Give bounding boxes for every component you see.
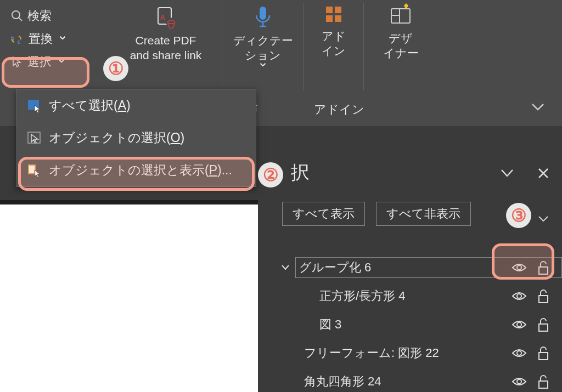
- svg-point-19: [517, 265, 521, 270]
- select-dropdown: すべて選択(A) オブジェクトの選択(O) オブジェクトの選択と表示(P)...: [16, 89, 256, 187]
- eye-icon[interactable]: [512, 375, 527, 388]
- pane-item-group[interactable]: グループ化 6: [269, 253, 562, 282]
- item-name: 正方形/長方形 4: [316, 286, 408, 306]
- unlock-icon[interactable]: [537, 317, 550, 332]
- svg-point-0: [12, 11, 20, 19]
- slide-area: [0, 200, 258, 392]
- svg-point-21: [517, 294, 521, 298]
- pane-list: グループ化 6 正方形/長方形 4 図 3 フリーフォーム: 図形 22: [269, 253, 562, 392]
- svg-rect-11: [335, 15, 341, 22]
- separator: [363, 3, 364, 90]
- chevron-down-icon: [530, 101, 546, 112]
- svg-rect-20: [539, 267, 548, 274]
- chevron-down-icon: [57, 32, 68, 46]
- item-name: 図 3: [316, 315, 345, 334]
- pane-item-rect[interactable]: 正方形/長方形 4: [269, 282, 562, 310]
- select-all-icon: [27, 99, 42, 113]
- menu-select-all[interactable]: すべて選択(A): [17, 89, 256, 122]
- cursor-outline-icon: [27, 131, 42, 145]
- chevron-down-icon[interactable]: [499, 167, 515, 179]
- find-button[interactable]: 検索: [10, 5, 69, 26]
- group-label-addins: アドイン: [314, 101, 364, 118]
- chevron-down-icon: [537, 212, 550, 224]
- addins-icon: [323, 3, 345, 25]
- unlock-icon[interactable]: [537, 288, 550, 304]
- replace-icon: bc: [11, 33, 24, 45]
- select-label: 選択: [27, 54, 52, 70]
- designer-label: デザ イナー: [383, 31, 419, 61]
- dictation-button[interactable]: ディクテー ション: [230, 3, 296, 72]
- separator: [303, 3, 304, 90]
- pane-title: 択: [291, 160, 310, 185]
- svg-point-6: [166, 18, 175, 26]
- designer-button[interactable]: デザ イナー: [373, 3, 428, 61]
- addins-button[interactable]: アド イン: [312, 3, 356, 59]
- svg-rect-18: [29, 166, 35, 173]
- chevron-down-icon: [56, 55, 67, 69]
- menu-select-objects[interactable]: オブジェクトの選択(O): [17, 122, 256, 154]
- create-pdf-button[interactable]: A Create PDF and share link: [117, 3, 215, 63]
- cursor-icon: [11, 56, 23, 68]
- select-button[interactable]: 選択: [10, 52, 69, 72]
- designer-icon: [389, 3, 413, 27]
- svg-point-27: [517, 379, 521, 384]
- eye-icon[interactable]: [512, 261, 527, 274]
- eye-icon[interactable]: [512, 289, 527, 303]
- eye-icon[interactable]: [512, 318, 527, 331]
- slide-canvas[interactable]: [0, 204, 258, 392]
- addins-label: アド イン: [322, 29, 346, 59]
- menu-selection-pane[interactable]: オブジェクトの選択と表示(P)...: [17, 154, 256, 186]
- pane-item-freeform[interactable]: フリーフォーム: 図形 22: [269, 339, 562, 367]
- pdf-icon: A: [153, 3, 179, 30]
- editing-group: 検索 bc 置換 選択: [10, 5, 69, 75]
- pdf-label: Create PDF and share link: [130, 33, 202, 63]
- svg-rect-22: [539, 296, 548, 303]
- svg-rect-8: [326, 7, 333, 13]
- unlock-icon[interactable]: [537, 260, 550, 275]
- svg-rect-24: [539, 324, 548, 331]
- svg-point-23: [517, 322, 521, 327]
- hide-all-button[interactable]: すべて非表示: [376, 202, 471, 226]
- svg-rect-28: [539, 381, 548, 388]
- selection-pane-icon: [27, 163, 42, 178]
- chevron-down-icon[interactable]: [280, 262, 291, 273]
- find-label: 検索: [27, 8, 52, 24]
- svg-line-1: [19, 18, 22, 21]
- show-all-button[interactable]: すべて表示: [282, 202, 365, 226]
- selection-pane: 択 すべて表示 すべて非表示 グループ化 6 正方形/長方形 4 図 3: [269, 160, 562, 392]
- separator: [222, 3, 222, 90]
- replace-button[interactable]: bc 置換: [10, 29, 69, 49]
- eye-icon[interactable]: [512, 346, 527, 360]
- item-name: フリーフォーム: 図形 22: [301, 343, 442, 363]
- close-icon[interactable]: [537, 167, 550, 180]
- unlock-icon[interactable]: [537, 374, 550, 389]
- chevron-down-icon: [257, 62, 268, 72]
- svg-rect-9: [335, 7, 341, 13]
- unlock-icon[interactable]: [537, 345, 550, 361]
- pane-item-picture[interactable]: 図 3: [269, 310, 562, 339]
- svg-rect-10: [326, 15, 333, 22]
- replace-label: 置換: [29, 31, 53, 47]
- sort-toggle[interactable]: [537, 212, 550, 224]
- svg-rect-7: [260, 7, 266, 20]
- svg-rect-26: [539, 353, 548, 360]
- search-icon: [11, 10, 23, 22]
- ribbon-collapse[interactable]: [530, 101, 546, 112]
- svg-text:A: A: [160, 14, 165, 21]
- microphone-icon: [252, 3, 274, 30]
- svg-point-25: [517, 351, 521, 355]
- item-name: 角丸四角形 24: [301, 372, 385, 391]
- pane-item-roundrect[interactable]: 角丸四角形 24: [269, 367, 562, 392]
